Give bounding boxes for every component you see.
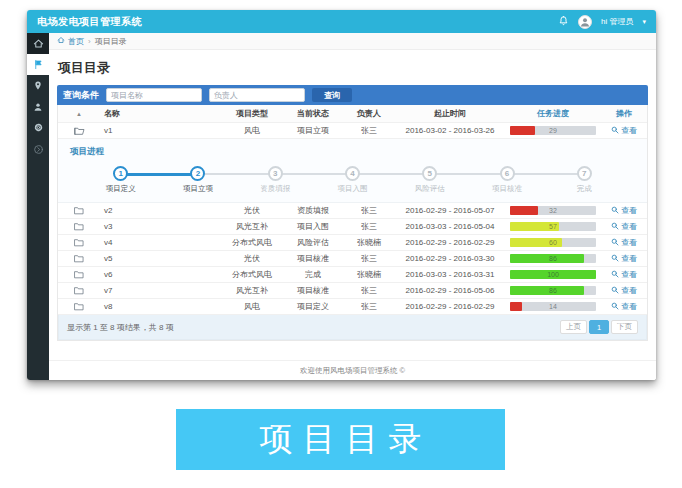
expand-all-header[interactable]: ▲ — [58, 108, 100, 119]
folder-icon[interactable] — [58, 301, 100, 312]
view-link[interactable]: 查看 — [611, 205, 637, 216]
notifications-bell-icon[interactable] — [558, 15, 569, 28]
magnifier-icon — [611, 222, 619, 232]
table-footer: 显示第 1 至 8 项结果，共 8 项 上页 1 下页 — [58, 315, 647, 340]
folder-icon[interactable] — [58, 285, 100, 296]
magnifier-icon — [611, 126, 619, 136]
table-row[interactable]: v7 风光互补 项目核准 张三 2016-02-29 - 2016-05-06 … — [58, 283, 647, 299]
view-link[interactable]: 查看 — [611, 301, 637, 312]
app-window: 电场发电项目管理系统 hi 管理员 ▾ — [27, 10, 656, 380]
view-link[interactable]: 查看 — [611, 285, 637, 296]
table-row[interactable]: v3 风光互补 项目入围 张三 2016-03-03 - 2016-05-04 … — [58, 219, 647, 235]
cell-name: v6 — [100, 269, 221, 280]
magnifier-icon — [611, 254, 619, 264]
user-avatar[interactable] — [578, 15, 592, 29]
titlebar: 电场发电项目管理系统 hi 管理员 ▾ — [27, 10, 656, 33]
view-link[interactable]: 查看 — [611, 125, 637, 136]
cell-owner: 张三 — [343, 204, 395, 217]
breadcrumb-current: 项目目录 — [95, 36, 127, 47]
chevron-circle-icon — [33, 144, 44, 155]
app-title: 电场发电项目管理系统 — [37, 15, 142, 29]
cell-name: v4 — [100, 237, 221, 248]
folder-icon[interactable] — [58, 269, 100, 280]
progress-bar: 32 — [510, 206, 596, 215]
home-icon — [57, 36, 65, 46]
cell-owner: 张三 — [343, 220, 395, 233]
sidebar-item-location[interactable] — [27, 75, 49, 96]
cell-type: 风电 — [221, 124, 283, 137]
view-link[interactable]: 查看 — [611, 237, 637, 248]
magnifier-icon — [611, 206, 619, 216]
project-progress-label[interactable]: 项目进程 — [70, 146, 637, 158]
query-label: 查询条件 — [63, 89, 99, 102]
search-button[interactable]: 查询 — [312, 88, 352, 102]
magnifier-icon — [611, 302, 619, 312]
header-status[interactable]: 当前状态 — [283, 107, 343, 120]
table-row[interactable]: v5 光伏 项目核准 张三 2016-02-29 - 2016-03-30 86 — [58, 251, 647, 267]
header-type[interactable]: 项目类型 — [221, 107, 283, 120]
stepper-step: 7 完成 — [546, 166, 623, 194]
project-name-input[interactable] — [106, 88, 202, 102]
cell-owner: 张晓楠 — [343, 268, 395, 281]
progress-bar: 14 — [510, 302, 596, 311]
view-link[interactable]: 查看 — [611, 221, 637, 232]
header-owner[interactable]: 负责人 — [343, 107, 395, 120]
breadcrumb-home-link[interactable]: 首页 — [57, 36, 84, 47]
cell-status: 资质填报 — [283, 204, 343, 217]
project-stepper: 1 项目定义 2 项目立项 3 资质填报 — [68, 166, 637, 196]
header-name[interactable]: 名称 — [100, 107, 221, 120]
folder-icon[interactable] — [58, 253, 100, 264]
sidebar-item-users[interactable] — [27, 96, 49, 117]
view-link[interactable]: 查看 — [611, 269, 637, 280]
stepper-step: 5 风险评估 — [391, 166, 468, 194]
cell-type: 光伏 — [221, 252, 283, 265]
sidebar-item-settings[interactable] — [27, 117, 49, 138]
view-link[interactable]: 查看 — [611, 253, 637, 264]
cell-owner: 张晓楠 — [343, 236, 395, 249]
cell-type: 风光互补 — [221, 220, 283, 233]
cell-type: 分布式风电 — [221, 236, 283, 249]
table-row[interactable]: v6 分布式风电 完成 张晓楠 2016-03-03 - 2016-03-31 … — [58, 267, 647, 283]
owner-input[interactable] — [209, 88, 305, 102]
cell-name: v2 — [100, 205, 221, 216]
cell-status: 风险评估 — [283, 236, 343, 249]
folder-icon[interactable] — [58, 221, 100, 232]
prev-page-button[interactable]: 上页 — [560, 320, 587, 334]
folder-icon[interactable] — [58, 237, 100, 248]
cell-name: v7 — [100, 285, 221, 296]
table-row[interactable]: v2 光伏 资质填报 张三 2016-02-29 - 2016-05-07 32 — [58, 203, 647, 219]
cell-status: 项目立项 — [283, 124, 343, 137]
cell-owner: 张三 — [343, 252, 395, 265]
table-row[interactable]: v4 分布式风电 风险评估 张晓楠 2016-02-29 - 2016-02-2… — [58, 235, 647, 251]
sidebar-item-home[interactable] — [27, 33, 49, 54]
cell-name: v1 — [100, 125, 221, 136]
home-icon — [33, 38, 44, 49]
sidebar-collapse-button[interactable] — [27, 139, 49, 160]
folder-open-icon[interactable] — [58, 125, 100, 137]
cell-type: 光伏 — [221, 204, 283, 217]
folder-icon[interactable] — [58, 205, 100, 216]
header-dates[interactable]: 起止时间 — [395, 107, 505, 120]
magnifier-icon — [611, 238, 619, 248]
cell-owner: 张三 — [343, 300, 395, 313]
sort-caret-icon: ▲ — [76, 111, 82, 117]
project-progress-panel: 项目进程 1 项目定义 2 项目立项 3 — [58, 139, 647, 203]
progress-bar: 60 — [510, 238, 596, 247]
cell-type: 分布式风电 — [221, 268, 283, 281]
table-row[interactable]: v1 风电 项目立项 张三 2016-03-02 - 2016-03-26 29 — [58, 123, 647, 139]
user-menu-caret-icon[interactable]: ▾ — [642, 18, 646, 26]
header-action: 操作 — [601, 107, 647, 120]
cell-dates: 2016-03-02 - 2016-03-26 — [395, 125, 505, 136]
user-icon — [33, 102, 43, 112]
user-greeting[interactable]: hi 管理员 — [601, 16, 633, 27]
next-page-button[interactable]: 下页 — [611, 320, 638, 334]
cell-dates: 2016-03-03 - 2016-05-04 — [395, 221, 505, 232]
sidebar-item-projects[interactable] — [27, 54, 49, 75]
sidebar — [27, 33, 49, 380]
cell-status: 项目核准 — [283, 252, 343, 265]
table-row[interactable]: v8 风电 项目定义 张三 2016-02-29 - 2016-02-29 14 — [58, 299, 647, 315]
cell-dates: 2016-02-29 - 2016-03-30 — [395, 253, 505, 264]
caption-chip: 项目目录 — [176, 409, 505, 470]
gear-icon — [33, 122, 44, 133]
page-1-button[interactable]: 1 — [589, 320, 609, 334]
